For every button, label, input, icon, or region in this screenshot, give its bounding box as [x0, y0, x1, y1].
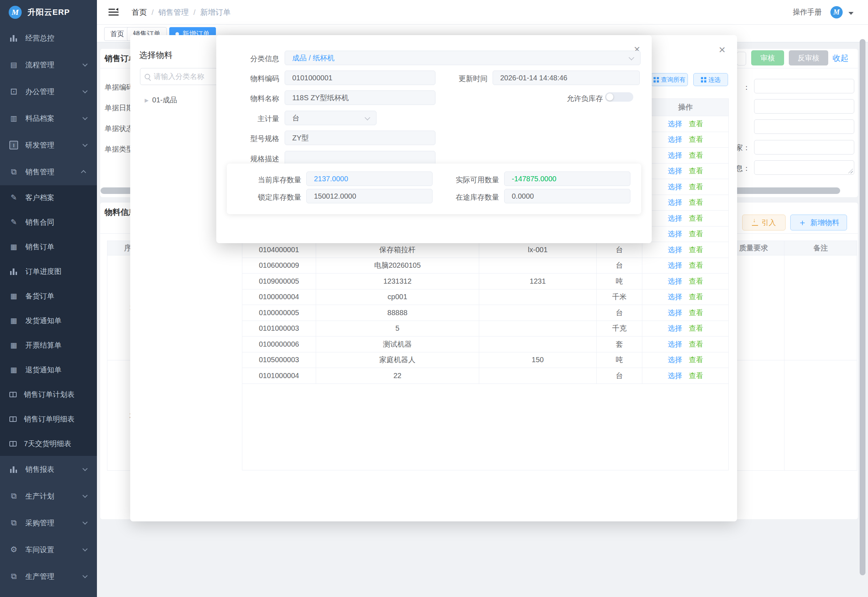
view-link[interactable]: 查看 — [689, 245, 703, 255]
view-link[interactable]: 查看 — [689, 229, 703, 239]
tree-node-finished-goods[interactable]: ▶ 01-成品 — [145, 95, 177, 105]
sidebar-item-开票结算单[interactable]: 开票结算单 — [0, 333, 97, 358]
view-link[interactable]: 查看 — [689, 135, 703, 144]
name-input[interactable]: 118S ZY型纸杯机 — [284, 91, 435, 105]
specdesc-input[interactable] — [284, 151, 435, 165]
right-form-input[interactable] — [754, 79, 854, 94]
view-link[interactable]: 查看 — [689, 260, 703, 270]
picker-row[interactable]: 0100000004cp001千米选择查看 — [242, 290, 729, 305]
sidebar-item-销售订单[interactable]: 销售订单 — [0, 235, 97, 259]
sidebar-item-客户档案[interactable]: 客户档案 — [0, 185, 97, 210]
sidebar-item-销售合同[interactable]: 销售合同 — [0, 210, 97, 235]
view-link[interactable]: 查看 — [689, 292, 703, 302]
select-link[interactable]: 选择 — [668, 355, 682, 365]
sidebar-item-办公管理[interactable]: 办公管理 — [0, 78, 97, 105]
user-menu-caret-icon[interactable] — [849, 12, 853, 15]
select-link[interactable]: 选择 — [668, 245, 682, 255]
select-link[interactable]: 选择 — [668, 182, 682, 192]
sidebar-item-销售报表[interactable]: 销售报表 — [0, 456, 97, 483]
order-header-input-fragment[interactable] — [737, 52, 746, 65]
select-link[interactable]: 选择 — [668, 260, 682, 270]
transit-stock-input[interactable]: 0.0000 — [504, 189, 630, 203]
sidebar-item-生产计划[interactable]: 生产计划 — [0, 483, 97, 509]
sidebar-item-销售订单明细表[interactable]: 销售订单明细表 — [0, 407, 97, 431]
select-link[interactable]: 选择 — [668, 229, 682, 239]
sidebar-item-生产管理[interactable]: 生产管理 — [0, 563, 97, 590]
sidebar-item-hidden[interactable] — [0, 590, 97, 597]
view-link[interactable]: 查看 — [689, 339, 703, 349]
sidebar-item-销售管理[interactable]: 销售管理 — [0, 159, 97, 185]
sidebar-item-料品档案[interactable]: 料品档案 — [0, 105, 97, 132]
select-link[interactable]: 选择 — [668, 339, 682, 349]
tab-首页[interactable]: 首页 — [104, 27, 130, 41]
right-form-input[interactable] — [754, 99, 854, 114]
sidebar-item-7天交货明细表[interactable]: 7天交货明细表 — [0, 431, 97, 456]
sidebar-item-研发管理[interactable]: 研发管理 — [0, 132, 97, 159]
sidebar-item-退货通知单[interactable]: 退货通知单 — [0, 358, 97, 382]
sidebar-item-订单进度图[interactable]: 订单进度图 — [0, 259, 97, 284]
view-link[interactable]: 查看 — [689, 166, 703, 176]
unit-select[interactable]: 台 — [284, 111, 376, 125]
select-link[interactable]: 选择 — [668, 276, 682, 286]
manual-link[interactable]: 操作手册 — [793, 7, 822, 17]
vertical-scrollbar-thumb[interactable] — [860, 39, 865, 575]
view-link[interactable]: 查看 — [689, 182, 703, 192]
avatar[interactable]: M — [830, 6, 843, 18]
current-stock-input[interactable]: 2137.0000 — [306, 171, 433, 186]
picker-row[interactable]: 0100000006测试机器套选择查看 — [242, 337, 729, 352]
select-link[interactable]: 选择 — [668, 292, 682, 302]
collapse-link[interactable]: 收起 — [832, 53, 849, 64]
view-link[interactable]: 查看 — [689, 355, 703, 365]
select-link[interactable]: 选择 — [668, 198, 682, 207]
model-input[interactable]: ZY型 — [284, 131, 435, 145]
query-all-button[interactable]: 查询所有 — [651, 73, 688, 86]
audit-button[interactable]: 审核 — [751, 50, 784, 65]
select-link[interactable]: 选择 — [668, 324, 682, 333]
code-input[interactable]: 0101000001 — [284, 71, 435, 85]
view-link[interactable]: 查看 — [689, 119, 703, 129]
picker-row[interactable]: 010900000512313121231吨选择查看 — [242, 273, 729, 290]
view-link[interactable]: 查看 — [689, 150, 703, 160]
add-material-button[interactable]: ＋ 新增物料 — [790, 215, 847, 230]
sidebar-item-流程管理[interactable]: 流程管理 — [0, 51, 97, 78]
select-link[interactable]: 选择 — [668, 214, 682, 223]
collapse-sidebar-icon[interactable] — [108, 8, 118, 16]
select-link[interactable]: 选择 — [668, 166, 682, 176]
picker-row[interactable]: 0105000003家庭机器人150吨选择查看 — [242, 352, 729, 368]
right-form-input[interactable] — [754, 119, 854, 134]
locked-stock-input[interactable]: 150012.0000 — [306, 189, 433, 203]
view-link[interactable]: 查看 — [689, 324, 703, 333]
select-link[interactable]: 选择 — [668, 119, 682, 129]
picker-row[interactable]: 010100000422台选择查看 — [242, 368, 729, 384]
sidebar-item-采购管理[interactable]: 采购管理 — [0, 509, 97, 536]
view-link[interactable]: 查看 — [689, 198, 703, 207]
close-icon[interactable]: × — [718, 44, 726, 55]
sidebar-item-销售订单计划表[interactable]: 销售订单计划表 — [0, 382, 97, 407]
sidebar-item-经营总控[interactable]: 经营总控 — [0, 25, 97, 51]
sidebar-item-车间设置[interactable]: 车间设置 — [0, 536, 97, 563]
picker-row[interactable]: 0104000001保存箱拉杆lx-001台选择查看 — [242, 242, 729, 258]
unaudit-button[interactable]: 反审核 — [789, 50, 828, 65]
select-link[interactable]: 选择 — [668, 308, 682, 318]
negative-stock-toggle[interactable] — [605, 92, 633, 102]
updated-input[interactable]: 2026-01-14 14:48:46 — [493, 71, 640, 85]
view-link[interactable]: 查看 — [689, 308, 703, 318]
right-form-input[interactable] — [754, 140, 854, 154]
picker-row[interactable]: 01010000035千克选择查看 — [242, 321, 729, 337]
select-link[interactable]: 选择 — [668, 135, 682, 144]
right-form-textarea[interactable] — [754, 160, 854, 175]
view-link[interactable]: 查看 — [689, 276, 703, 286]
select-link[interactable]: 选择 — [668, 150, 682, 160]
import-button[interactable]: 引入 — [742, 215, 785, 230]
sidebar-item-备货订单[interactable]: 备货订单 — [0, 284, 97, 308]
multi-select-button[interactable]: 连选 — [693, 73, 728, 86]
select-link[interactable]: 选择 — [668, 371, 682, 381]
sidebar-item-发货通知单[interactable]: 发货通知单 — [0, 308, 97, 333]
view-link[interactable]: 查看 — [689, 371, 703, 381]
picker-row[interactable]: 0106000009电脑20260105台选择查看 — [242, 258, 729, 274]
view-link[interactable]: 查看 — [689, 214, 703, 223]
category-select[interactable]: 成品 / 纸杯机 — [284, 50, 640, 65]
available-stock-input[interactable]: -147875.0000 — [504, 171, 630, 186]
picker-row[interactable]: 010000000588888台选择查看 — [242, 305, 729, 321]
breadcrumb-item[interactable]: 首页 — [132, 7, 147, 17]
